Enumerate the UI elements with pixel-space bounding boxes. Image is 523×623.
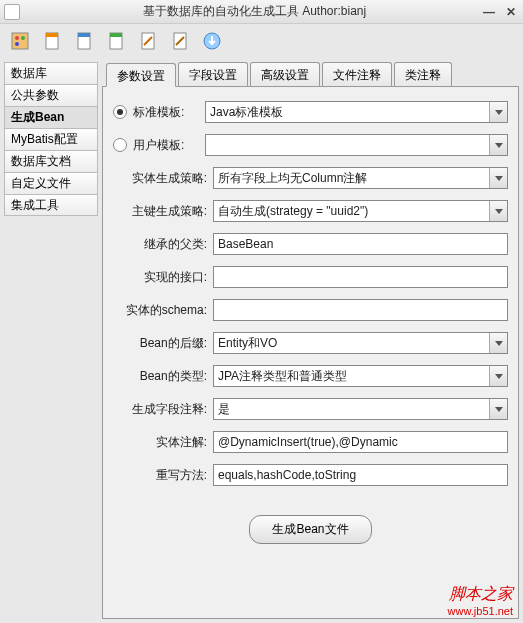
sidebar-item-custom-file[interactable]: 自定义文件 xyxy=(4,172,98,194)
row-user-template: 用户模板: xyxy=(113,134,508,156)
row-suffix: Bean的后缀: Entity和VO xyxy=(113,332,508,354)
generate-bean-button[interactable]: 生成Bean文件 xyxy=(249,515,371,544)
svg-point-3 xyxy=(15,42,19,46)
label-suffix: Bean的后缀: xyxy=(113,335,207,352)
edit2-icon xyxy=(170,31,190,51)
input-interface[interactable] xyxy=(213,266,508,288)
row-override: 重写方法: equals,hashCode,toString xyxy=(113,464,508,486)
svg-rect-0 xyxy=(12,33,28,49)
sidebar-item-common-params[interactable]: 公共参数 xyxy=(4,84,98,106)
sidebar-item-mybatis[interactable]: MyBatis配置 xyxy=(4,128,98,150)
sidebar-label: MyBatis配置 xyxy=(11,131,78,148)
dropdown-icon xyxy=(489,399,507,419)
row-schema: 实体的schema: xyxy=(113,299,508,321)
combo-std-template[interactable]: Java标准模板 xyxy=(205,101,508,123)
doc-green-icon xyxy=(106,31,126,51)
input-entity-anno[interactable]: @DynamicInsert(true),@Dynamic xyxy=(213,431,508,453)
titlebar: 基于数据库的自动化生成工具 Author:bianj — ✕ xyxy=(0,0,523,24)
content-area: 参数设置 字段设置 高级设置 文件注释 类注释 标准模板: Java标准模板 用… xyxy=(102,62,519,619)
row-bean-type: Bean的类型: JPA注释类型和普通类型 xyxy=(113,365,508,387)
combo-bean-type[interactable]: JPA注释类型和普通类型 xyxy=(213,365,508,387)
app-window: 基于数据库的自动化生成工具 Author:bianj — ✕ 数据库 公共参数 … xyxy=(0,0,523,623)
tool-btn-5[interactable] xyxy=(134,28,162,54)
svg-rect-5 xyxy=(46,33,58,37)
sidebar-item-db-doc[interactable]: 数据库文档 xyxy=(4,150,98,172)
titlebar-buttons: — ✕ xyxy=(481,4,519,20)
edit-icon xyxy=(138,31,158,51)
input-schema[interactable] xyxy=(213,299,508,321)
input-value: BaseBean xyxy=(218,237,273,251)
tool-btn-3[interactable] xyxy=(70,28,98,54)
row-entity-anno: 实体注解: @DynamicInsert(true),@Dynamic xyxy=(113,431,508,453)
label-interface: 实现的接口: xyxy=(113,269,207,286)
label-parent-class: 继承的父类: xyxy=(113,236,207,253)
combo-field-comment[interactable]: 是 xyxy=(213,398,508,420)
dropdown-icon xyxy=(489,102,507,122)
svg-point-1 xyxy=(15,36,19,40)
combo-value: Entity和VO xyxy=(218,335,277,352)
radio-std-template[interactable] xyxy=(113,105,127,119)
label-entity-strategy: 实体生成策略: xyxy=(113,170,207,187)
combo-value: 所有字段上均无Column注解 xyxy=(218,170,367,187)
combo-user-template[interactable] xyxy=(205,134,508,156)
label-field-comment: 生成字段注释: xyxy=(113,401,207,418)
sidebar-item-integration[interactable]: 集成工具 xyxy=(4,194,98,216)
download-icon xyxy=(202,31,222,51)
sidebar-item-database[interactable]: 数据库 xyxy=(4,62,98,84)
tab-class-comment[interactable]: 类注释 xyxy=(394,62,452,86)
sidebar-label: 公共参数 xyxy=(11,87,59,104)
row-interface: 实现的接口: xyxy=(113,266,508,288)
tab-param-settings[interactable]: 参数设置 xyxy=(106,63,176,87)
sidebar: 数据库 公共参数 生成Bean MyBatis配置 数据库文档 自定义文件 集成… xyxy=(4,62,98,619)
minimize-button[interactable]: — xyxy=(481,4,497,20)
tab-field-settings[interactable]: 字段设置 xyxy=(178,62,248,86)
dropdown-icon xyxy=(489,333,507,353)
sidebar-label: 集成工具 xyxy=(11,197,59,214)
dropdown-icon xyxy=(489,168,507,188)
doc-orange-icon xyxy=(42,31,62,51)
tool-btn-6[interactable] xyxy=(166,28,194,54)
main-area: 数据库 公共参数 生成Bean MyBatis配置 数据库文档 自定义文件 集成… xyxy=(0,58,523,623)
dropdown-icon xyxy=(489,135,507,155)
sidebar-label: 自定义文件 xyxy=(11,175,71,192)
combo-value: JPA注释类型和普通类型 xyxy=(218,368,347,385)
combo-entity-strategy[interactable]: 所有字段上均无Column注解 xyxy=(213,167,508,189)
label-user-template: 用户模板: xyxy=(133,137,199,154)
label-schema: 实体的schema: xyxy=(113,302,207,319)
row-std-template: 标准模板: Java标准模板 xyxy=(113,101,508,123)
combo-suffix[interactable]: Entity和VO xyxy=(213,332,508,354)
sidebar-item-generate-bean[interactable]: 生成Bean xyxy=(4,106,98,128)
row-pk-strategy: 主键生成策略: 自动生成(strategy = "uuid2") xyxy=(113,200,508,222)
dropdown-icon xyxy=(489,366,507,386)
row-entity-strategy: 实体生成策略: 所有字段上均无Column注解 xyxy=(113,167,508,189)
tool-btn-7[interactable] xyxy=(198,28,226,54)
sidebar-label: 数据库 xyxy=(11,65,47,82)
tab-bar: 参数设置 字段设置 高级设置 文件注释 类注释 xyxy=(102,62,519,86)
label-std-template: 标准模板: xyxy=(133,104,199,121)
combo-value: 自动生成(strategy = "uuid2") xyxy=(218,203,368,220)
tool-btn-4[interactable] xyxy=(102,28,130,54)
svg-rect-9 xyxy=(110,33,122,37)
close-button[interactable]: ✕ xyxy=(503,4,519,20)
sidebar-label: 数据库文档 xyxy=(11,153,71,170)
toolbar xyxy=(0,24,523,58)
combo-value: 是 xyxy=(218,401,230,418)
label-bean-type: Bean的类型: xyxy=(113,368,207,385)
radio-user-template[interactable] xyxy=(113,138,127,152)
combo-pk-strategy[interactable]: 自动生成(strategy = "uuid2") xyxy=(213,200,508,222)
row-field-comment: 生成字段注释: 是 xyxy=(113,398,508,420)
tab-advanced-settings[interactable]: 高级设置 xyxy=(250,62,320,86)
tool-btn-1[interactable] xyxy=(6,28,34,54)
palette-icon xyxy=(10,31,30,51)
dropdown-icon xyxy=(489,201,507,221)
tab-file-comment[interactable]: 文件注释 xyxy=(322,62,392,86)
settings-panel: 标准模板: Java标准模板 用户模板: 实体生成策略: 所有字段上均无Colu… xyxy=(102,86,519,619)
label-pk-strategy: 主键生成策略: xyxy=(113,203,207,220)
label-override: 重写方法: xyxy=(113,467,207,484)
tool-btn-2[interactable] xyxy=(38,28,66,54)
row-parent-class: 继承的父类: BaseBean xyxy=(113,233,508,255)
input-override[interactable]: equals,hashCode,toString xyxy=(213,464,508,486)
input-parent-class[interactable]: BaseBean xyxy=(213,233,508,255)
label-entity-anno: 实体注解: xyxy=(113,434,207,451)
sidebar-label: 生成Bean xyxy=(11,109,64,126)
